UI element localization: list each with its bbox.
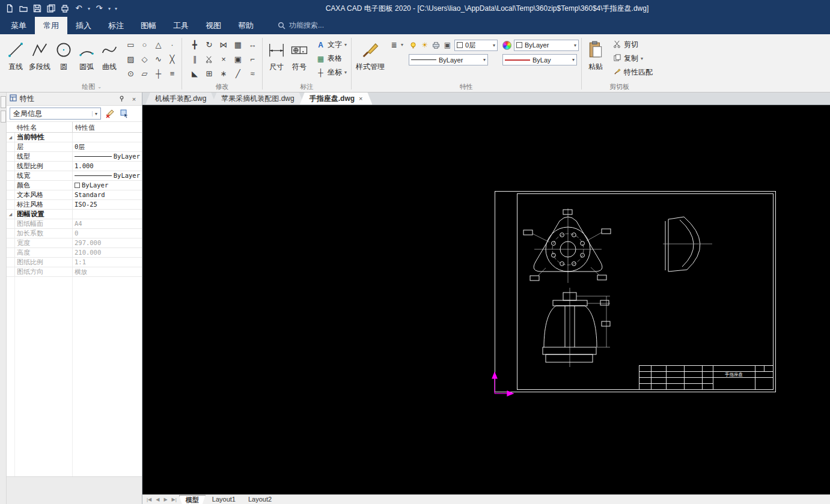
property-row-linetype[interactable]: 线型 ByLayer <box>7 152 142 162</box>
cut-button[interactable]: 剪切 <box>611 38 655 51</box>
parallelogram-tool-icon[interactable]: ▱ <box>138 66 151 80</box>
paste-button[interactable]: 粘贴 <box>584 37 607 71</box>
hatch-tool-icon[interactable]: ▨ <box>124 52 138 66</box>
polygon-tool-icon[interactable]: △ <box>151 37 165 52</box>
property-row-linetype-scale[interactable]: 线型比例 1.000 <box>7 162 142 171</box>
color-dropdown-icon[interactable]: ▾ <box>574 43 576 48</box>
linetype-dropdown-icon[interactable]: ▾ <box>483 57 486 62</box>
layer-plot-icon[interactable] <box>432 41 441 50</box>
tab-help[interactable]: 帮助 <box>230 17 262 34</box>
print-icon[interactable] <box>60 4 70 13</box>
layout-tab-model[interactable]: 模型 <box>179 495 206 504</box>
circle-tool-button[interactable]: 圆 <box>52 37 75 71</box>
qat-customize-icon[interactable]: ▾ <box>115 6 117 11</box>
layer-settings-button[interactable]: ≣▾ <box>388 38 405 51</box>
new-file-icon[interactable] <box>5 4 14 13</box>
style-manager-button[interactable]: 样式管理 <box>354 37 386 71</box>
property-row-color[interactable]: 颜色 ByLayer <box>7 181 142 190</box>
mirror-tool-icon[interactable]: ⋈ <box>216 37 231 52</box>
offset-tool-icon[interactable]: ∥ <box>188 52 202 66</box>
function-search[interactable]: 功能搜索... <box>278 17 324 34</box>
save-icon[interactable] <box>32 4 42 13</box>
chamfer-tool-icon[interactable]: ◣ <box>188 66 202 80</box>
donut-tool-icon[interactable]: ⊙ <box>124 66 138 80</box>
redo-dropdown-icon[interactable]: ▾ <box>108 6 111 11</box>
layer-freeze-icon[interactable]: ☀ <box>420 41 429 50</box>
property-row-dim-style[interactable]: 标注风格 ISO-25 <box>7 200 142 210</box>
save-all-icon[interactable] <box>46 4 56 13</box>
tab-menu[interactable]: 菜单 <box>2 17 35 34</box>
last-layout-icon[interactable]: ▶| <box>170 497 179 502</box>
undo-icon[interactable]: ↶ <box>74 4 84 13</box>
point-tool-icon[interactable]: ∙ <box>165 37 179 52</box>
layer-lock-icon[interactable]: ▣ <box>443 41 452 50</box>
drawing-canvas[interactable]: 手指座盘 <box>142 105 830 494</box>
property-group-row[interactable]: ◢ 图幅设置 <box>7 210 142 219</box>
scale-tool-icon[interactable]: ⊞ <box>202 66 216 80</box>
scope-select[interactable]: 全局信息 ▾ <box>10 108 101 120</box>
line-tool-button[interactable]: 直线 <box>4 37 27 71</box>
copy-button[interactable]: 复制 ▾ <box>611 52 655 65</box>
explode-tool-icon[interactable]: ∗ <box>216 66 231 80</box>
property-row-sheet-orientation[interactable]: 图纸方向 横放 <box>7 267 142 277</box>
layout-tab-layout1[interactable]: Layout1 <box>206 495 242 504</box>
erase-tool-icon[interactable]: × <box>216 52 231 66</box>
close-tab-icon[interactable]: × <box>359 95 362 102</box>
property-row-width[interactable]: 宽度 297.000 <box>7 238 142 248</box>
lineweight-dropdown-icon[interactable]: ▾ <box>572 57 575 62</box>
tab-sheet[interactable]: 图幅 <box>132 17 165 34</box>
property-row-layer[interactable]: 层 0层 <box>7 142 142 152</box>
color-select[interactable]: ByLayer ▾ <box>514 40 579 51</box>
collapse-triangle-icon[interactable]: ◢ <box>7 210 15 219</box>
layer-settings-dropdown-icon[interactable]: ▾ <box>401 42 403 47</box>
properties-dock-tab-icon[interactable] <box>1 96 6 108</box>
property-group-row[interactable]: ◢ 当前特性 <box>7 133 142 142</box>
move-tool-icon[interactable]: ╋ <box>188 37 202 52</box>
property-row-lineweight[interactable]: 线宽 ByLayer <box>7 171 142 181</box>
spline-tool-icon[interactable]: ∿ <box>151 52 165 66</box>
close-panel-icon[interactable]: × <box>129 94 139 104</box>
redo-icon[interactable]: ↷ <box>94 4 104 13</box>
break-cross-tool-icon[interactable]: ╳ <box>165 52 179 66</box>
lineweight-select[interactable]: ByLay ▾ <box>502 54 577 65</box>
curve-tool-button[interactable]: 曲线 <box>98 37 121 71</box>
rectangle-tool-icon[interactable]: ▭ <box>124 37 138 52</box>
property-row-sheet-scale[interactable]: 图纸比例 1:1 <box>7 258 142 267</box>
layer-on-icon[interactable] <box>409 41 418 50</box>
arc-tool-button[interactable]: 圆弧 <box>75 37 98 71</box>
symbol-tool-button[interactable]: 符号 <box>288 37 311 71</box>
library-dock-tab-icon[interactable] <box>1 111 6 123</box>
select-object-button[interactable] <box>118 108 131 120</box>
rotate-tool-icon[interactable]: ↻ <box>202 37 216 52</box>
multiline-tool-icon[interactable]: ≡ <box>165 66 179 80</box>
tab-view[interactable]: 视图 <box>197 17 230 34</box>
tab-tools[interactable]: 工具 <box>165 17 197 34</box>
diamond-tool-icon[interactable]: ◇ <box>138 52 151 66</box>
array-tool-icon[interactable]: ▦ <box>231 37 245 52</box>
break-tool-icon[interactable]: ╱ <box>231 66 245 80</box>
pick-edit-button[interactable] <box>103 108 116 120</box>
open-file-icon[interactable] <box>19 4 28 13</box>
text-tool-button[interactable]: A 文字 ▾ <box>314 38 349 51</box>
color-wheel-icon[interactable] <box>502 41 511 50</box>
undo-dropdown-icon[interactable]: ▾ <box>88 6 90 11</box>
pin-icon[interactable] <box>117 94 126 104</box>
collapse-triangle-icon[interactable]: ◢ <box>7 133 15 142</box>
doc-tab-3-active[interactable]: 手指座盘.dwg × <box>300 93 373 105</box>
coordinate-dropdown-icon[interactable]: ▾ <box>344 70 347 75</box>
copy-dropdown-icon[interactable]: ▾ <box>641 56 643 61</box>
doc-tab-1[interactable]: 机械手装配.dwg <box>145 93 216 105</box>
next-layout-icon[interactable]: ▶ <box>162 497 169 502</box>
centerline-tool-icon[interactable]: ┼ <box>151 66 165 80</box>
property-row-extension-factor[interactable]: 加长系数 0 <box>7 229 142 238</box>
property-row-text-style[interactable]: 文本风格 Standard <box>7 190 142 200</box>
stretch-tool-icon[interactable]: ↔ <box>245 37 260 52</box>
ellipse-tool-icon[interactable]: ○ <box>138 37 151 52</box>
tab-annotate[interactable]: 标注 <box>100 17 132 34</box>
fillet-tool-icon[interactable]: ⌐ <box>245 52 260 66</box>
draw-group-expander-icon[interactable]: ⌄ <box>97 84 102 90</box>
first-layout-icon[interactable]: |◀ <box>145 497 153 502</box>
match-properties-button[interactable]: 特性匹配 <box>611 66 655 79</box>
layout-tab-layout2[interactable]: Layout2 <box>242 495 278 504</box>
divide-tool-icon[interactable]: ≈ <box>245 66 260 80</box>
